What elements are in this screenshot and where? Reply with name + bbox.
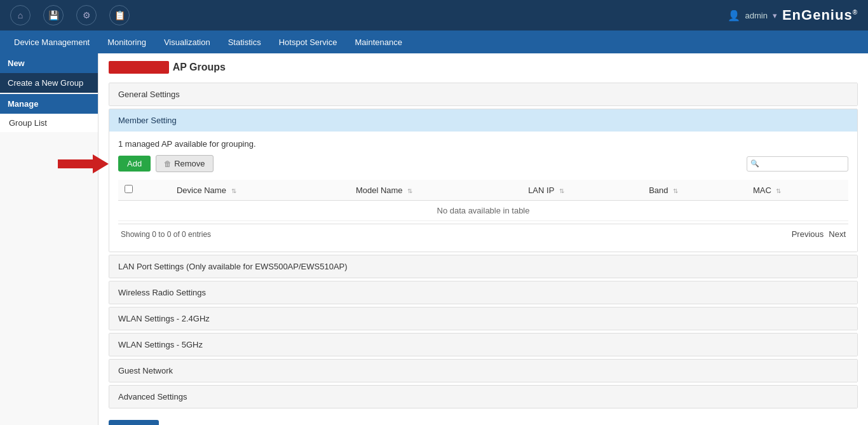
svg-marker-0 <box>58 154 109 173</box>
logo-sup: ® <box>853 9 858 16</box>
top-bar-right: 👤 admin ▾ EnGenius® <box>728 7 858 24</box>
nav-hotspot-service[interactable]: Hotspot Service <box>270 30 346 53</box>
empty-message: No data available in table <box>118 201 848 221</box>
nav-statistics[interactable]: Statistics <box>219 30 270 53</box>
apply-button[interactable]: Apply <box>109 420 159 425</box>
accordion-header-wireless-radio[interactable]: Wireless Radio Settings <box>109 281 857 304</box>
showing-entries: Showing 0 to 0 of 0 entries <box>121 230 211 239</box>
accordion-header-lan-port[interactable]: LAN Port Settings (Only available for EW… <box>109 255 857 278</box>
section-general-settings: General Settings <box>109 83 858 106</box>
select-all-checkbox[interactable] <box>125 185 133 193</box>
member-controls: Add 🗑 Remove 🔍 <box>118 155 848 172</box>
sort-mac[interactable]: ⇅ <box>776 187 781 194</box>
sidebar-section-new[interactable]: New <box>0 53 98 73</box>
nav-monitoring[interactable]: Monitoring <box>98 30 155 53</box>
title-redacted <box>109 61 169 74</box>
accordion-header-wlan-5[interactable]: WLAN Settings - 5GHz <box>109 334 857 356</box>
col-mac[interactable]: MAC ⇅ <box>747 180 848 201</box>
previous-button[interactable]: Previous <box>792 229 824 239</box>
sidebar-item-create-group[interactable]: Create a New Group <box>0 73 98 93</box>
sort-band[interactable]: ⇅ <box>673 187 678 194</box>
save-icon[interactable]: 💾 <box>43 5 64 25</box>
page-title: AP Groups <box>109 61 858 74</box>
admin-dropdown-icon[interactable]: ▾ <box>773 11 777 20</box>
accordion-header-advanced[interactable]: Advanced Settings <box>109 386 857 408</box>
section-wlan-5: WLAN Settings - 5GHz <box>109 333 858 356</box>
engenius-logo: EnGenius® <box>782 7 858 24</box>
sort-model-name[interactable]: ⇅ <box>407 187 412 194</box>
sidebar: New Create a New Group Manage Group List <box>0 53 98 425</box>
sort-device-name[interactable]: ⇅ <box>231 187 236 194</box>
nav-maintenance[interactable]: Maintenance <box>346 30 410 53</box>
section-wireless-radio: Wireless Radio Settings <box>109 281 858 304</box>
section-lan-port: LAN Port Settings (Only available for EW… <box>109 255 858 278</box>
add-button[interactable]: Add <box>118 156 151 172</box>
accordion-header-guest-network[interactable]: Guest Network <box>109 360 857 382</box>
clipboard-icon[interactable]: 📋 <box>109 5 130 25</box>
section-wlan-24: WLAN Settings - 2.4GHz <box>109 307 858 330</box>
pagination: Previous Next <box>792 229 846 239</box>
remove-icon: 🗑 <box>164 159 172 168</box>
section-advanced-settings: Advanced Settings <box>109 385 858 408</box>
member-table: Device Name ⇅ Model Name ⇅ LAN IP ⇅ <box>118 180 848 221</box>
col-checkbox[interactable] <box>118 180 170 201</box>
nav-bar: Device Management Monitoring Visualizati… <box>0 30 868 53</box>
nav-device-management[interactable]: Device Management <box>5 30 98 53</box>
top-bar: ⌂ 💾 ⚙ 📋 👤 admin ▾ EnGenius® <box>0 0 868 30</box>
col-device-name[interactable]: Device Name ⇅ <box>170 180 349 201</box>
section-guest-network: Guest Network <box>109 359 858 382</box>
table-empty-row: No data available in table <box>118 201 848 221</box>
accordion-header-wlan-24[interactable]: WLAN Settings - 2.4GHz <box>109 307 857 330</box>
next-button[interactable]: Next <box>829 229 846 239</box>
admin-label[interactable]: admin <box>745 11 768 20</box>
sidebar-section-manage[interactable]: Manage <box>0 94 98 114</box>
sidebar-item-group-list[interactable]: Group List <box>0 114 98 132</box>
user-icon: 👤 <box>728 10 740 22</box>
col-lan-ip[interactable]: LAN IP ⇅ <box>522 180 642 201</box>
top-bar-icons: ⌂ 💾 ⚙ 📋 <box>10 5 130 25</box>
table-footer: Showing 0 to 0 of 0 entries Previous Nex… <box>118 224 848 244</box>
home-icon[interactable]: ⌂ <box>10 5 31 25</box>
settings-icon[interactable]: ⚙ <box>76 5 97 25</box>
sort-lan-ip[interactable]: ⇅ <box>559 187 564 194</box>
layout: New Create a New Group Manage Group List… <box>0 53 868 425</box>
add-btn-container: Add <box>118 156 151 172</box>
main-content: AP Groups General Settings Member Settin… <box>98 53 868 425</box>
member-info-text: 1 managed AP available for grouping. <box>118 139 848 149</box>
title-suffix: AP Groups <box>173 62 226 73</box>
search-wrapper: 🔍 <box>747 156 848 172</box>
search-icon: 🔍 <box>750 159 759 168</box>
member-setting-body: 1 managed AP available for grouping. Add… <box>109 132 857 252</box>
remove-button[interactable]: 🗑 Remove <box>156 155 213 172</box>
accordion-header-general[interactable]: General Settings <box>109 83 857 105</box>
col-model-name[interactable]: Model Name ⇅ <box>349 180 522 201</box>
red-arrow <box>58 154 109 173</box>
col-band[interactable]: Band ⇅ <box>642 180 747 201</box>
search-input[interactable] <box>747 156 848 172</box>
nav-visualization[interactable]: Visualization <box>155 30 219 53</box>
accordion-header-member[interactable]: Member Setting <box>109 109 857 132</box>
member-controls-left: Add 🗑 Remove <box>118 155 214 172</box>
section-member-setting: Member Setting 1 managed AP available fo… <box>109 109 858 252</box>
